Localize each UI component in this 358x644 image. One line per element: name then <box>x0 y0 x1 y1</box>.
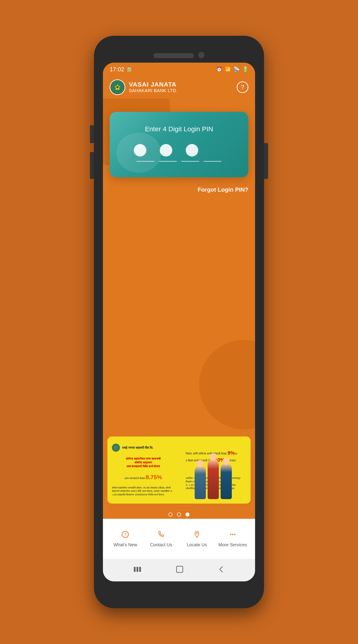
signal-icon: 📡 <box>234 66 240 72</box>
carousel-dot-1[interactable] <box>168 512 173 516</box>
banner-right: निवारा आणि वाणिज्य कर्जदारांसाठी केवळ 9%… <box>179 436 251 504</box>
back-icon <box>218 565 225 573</box>
battery-icon: 🔋 <box>242 66 248 72</box>
phone-top-bar <box>94 36 264 62</box>
alarm-icon: ⏰ <box>216 66 222 72</box>
status-bar: 17:02 🖼️ ⏰ 📶 📡 🔋 <box>103 62 255 76</box>
carousel-dot-2[interactable] <box>177 512 181 516</box>
pin-dot-1[interactable] <box>134 144 146 156</box>
bank-name-line1: VASAI JANATA <box>129 81 178 88</box>
person-1-head <box>197 460 204 467</box>
svg-rect-10 <box>139 567 141 572</box>
help-button[interactable]: ? <box>237 82 248 93</box>
bank-logo-area: VASAI JANATA SAHAKARI BANK LTD. <box>110 80 178 95</box>
status-time: 17:02 🖼️ <box>110 66 131 73</box>
person-2-head <box>210 453 217 460</box>
phone-screen: 17:02 🖼️ ⏰ 📶 📡 🔋 <box>103 62 255 582</box>
recents-button[interactable] <box>133 566 141 574</box>
help-icon: ? <box>241 84 244 91</box>
bank-name-line2: SAHAKARI BANK LTD. <box>129 88 178 93</box>
location-pin-icon <box>193 531 201 540</box>
phone-speaker <box>154 53 194 58</box>
wifi-icon: 📶 <box>225 66 231 72</box>
nav-whats-new[interactable]: ! What's New <box>107 531 143 548</box>
person-3 <box>221 463 232 499</box>
carousel-dot-3[interactable] <box>185 512 190 516</box>
svg-point-1 <box>116 86 119 88</box>
banner-logo-small <box>112 444 120 452</box>
svg-rect-9 <box>137 567 138 572</box>
bank-logo-svg <box>113 83 122 92</box>
status-icons: ⏰ 📶 📡 🔋 <box>216 66 248 72</box>
nav-more-services[interactable]: More Services <box>215 531 251 548</box>
svg-point-4 <box>196 532 198 534</box>
forgot-pin-button[interactable]: Forgot Login PIN? <box>110 186 248 193</box>
time-display: 17:02 <box>110 66 124 73</box>
bank-name-area: VASAI JANATA SAHAKARI BANK LTD. <box>129 81 178 93</box>
home-icon <box>176 565 184 573</box>
svg-point-6 <box>232 534 233 535</box>
carousel-dots <box>168 508 190 519</box>
svg-rect-8 <box>134 567 136 572</box>
pin-dot-3[interactable] <box>186 144 198 156</box>
phone-shell: 17:02 🖼️ ⏰ 📶 📡 🔋 <box>94 36 264 608</box>
forgot-pin-label: Forgot Login PIN? <box>198 186 248 193</box>
nav-locate-us[interactable]: Locate Us <box>179 531 215 548</box>
banner-logo-row: वसई जनता सहकारी बँक लि. <box>112 444 175 452</box>
system-nav <box>103 559 255 582</box>
svg-point-5 <box>230 534 231 535</box>
pin-title: Enter 4 Digit Login PIN <box>121 125 237 133</box>
pin-dots-row[interactable] <box>121 144 237 156</box>
svg-text:!: ! <box>125 532 126 537</box>
person-1 <box>195 466 206 499</box>
bottom-nav: ! What's New Contact Us <box>103 519 255 559</box>
bank-logo <box>110 80 125 95</box>
locate-us-label: Locate Us <box>187 542 207 548</box>
screenshot-icon: 🖼️ <box>126 67 131 72</box>
pin-line-2 <box>159 161 177 162</box>
bg-circle-2 <box>199 340 255 429</box>
pin-card: Enter 4 Digit Login PIN <box>110 112 248 177</box>
volume-down-button[interactable] <box>90 152 94 179</box>
banner-rate-value: 8.75% <box>146 474 162 480</box>
phone-camera <box>198 52 204 58</box>
nav-contact-us[interactable]: Contact Us <box>143 531 179 548</box>
pin-dot-2[interactable] <box>160 144 172 156</box>
page-wrapper: 17:02 🖼️ ⏰ 📶 📡 🔋 <box>0 0 358 644</box>
phone-icon <box>157 531 165 540</box>
banner-scheme-title: अल्प वाणाहार्थ्या विशेष कर्ज योजना <box>126 465 160 468</box>
banner-rate-display: अल्प व्याजदराने केवळ 8.75% <box>112 474 175 481</box>
person-2 <box>208 459 219 499</box>
person-3-head <box>223 458 230 465</box>
whats-new-label: What's New <box>113 542 137 548</box>
bank-logo-inner <box>110 80 125 94</box>
ellipsis-icon <box>229 531 236 540</box>
back-button[interactable] <box>218 565 225 575</box>
banner-area: वसई जनता सहकारी बँक लि. कोरोना महामारीपत… <box>103 436 255 508</box>
contact-us-label: Contact Us <box>150 542 172 548</box>
pin-line-4 <box>204 161 221 162</box>
banner-people-illustration <box>195 450 235 499</box>
more-services-label: More Services <box>218 542 247 548</box>
alert-circle-icon: ! <box>122 531 129 540</box>
main-content: Enter 4 Digit Login PIN <box>103 98 255 519</box>
pin-line-3 <box>181 161 199 162</box>
banner-card: वसई जनता सहकारी बँक लि. कोरोना महामारीपत… <box>107 436 251 504</box>
banner-left: वसई जनता सहकारी बँक लि. कोरोना महामारीपत… <box>107 436 179 504</box>
power-button[interactable] <box>264 143 268 179</box>
banner-rate-text: अल्प व्याजदराने केवळ <box>124 477 146 480</box>
svg-point-7 <box>234 534 235 535</box>
svg-rect-11 <box>177 566 183 572</box>
volume-up-button[interactable] <box>90 125 94 143</box>
pin-dot-4[interactable] <box>212 144 224 156</box>
recents-icon <box>133 566 141 573</box>
banner-body-text: कोरोना महामारीपत्त राज्यकोपी डॉक्टर, स्व… <box>112 486 175 496</box>
banner-scheme-header: कोरोना महामारीपत्त राज्य शासनाचीघोषणेस अ… <box>112 457 175 468</box>
home-button[interactable] <box>176 565 184 575</box>
banner-bank-name: वसई जनता सहकारी बँक लि. <box>122 446 153 450</box>
app-header: VASAI JANATA SAHAKARI BANK LTD. ? <box>103 76 255 98</box>
